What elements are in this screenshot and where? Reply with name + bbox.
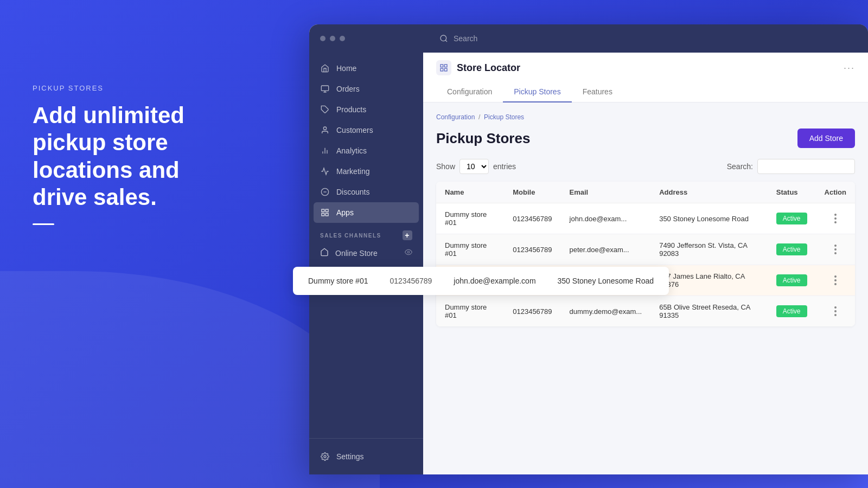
- apps-icon: [320, 208, 330, 217]
- svg-point-0: [441, 35, 446, 41]
- window-topbar: [309, 24, 868, 53]
- col-status: Status: [768, 182, 816, 203]
- search-icon: [439, 34, 448, 43]
- window-dot-3: [340, 36, 345, 41]
- discounts-icon: [320, 187, 330, 197]
- cell-action: [816, 265, 855, 296]
- cell-name: Dummy store #01: [436, 296, 504, 327]
- marketing-icon: [320, 166, 330, 176]
- svg-rect-20: [444, 68, 447, 71]
- sidebar-item-label: Discounts: [336, 188, 369, 196]
- sidebar-item-analytics[interactable]: Analytics: [309, 140, 423, 161]
- col-mobile: Mobile: [504, 182, 560, 203]
- window-dot-1: [320, 36, 326, 41]
- analytics-icon: [320, 146, 330, 156]
- svg-point-6: [323, 127, 326, 130]
- app-window: Home Orders Products: [309, 24, 868, 474]
- page-title: Pickup Stores: [436, 130, 530, 147]
- tabs: Configuration Pickup Stores Features: [436, 82, 855, 102]
- breadcrumb-home[interactable]: Configuration: [436, 113, 475, 121]
- svg-rect-2: [321, 86, 328, 91]
- main-content: Store Locator ··· Configuration Pickup S…: [423, 53, 868, 474]
- sidebar-item-orders[interactable]: Orders: [309, 79, 423, 99]
- status-badge: Active: [776, 243, 807, 255]
- cell-address: 65B Olive Street Reseda, CA 91335: [650, 296, 768, 327]
- sidebar-item-discounts[interactable]: Discounts: [309, 182, 423, 202]
- sidebar-item-label: Products: [336, 105, 366, 114]
- sidebar-item-apps[interactable]: Apps: [314, 202, 419, 223]
- tooltip-store-name: Dummy store #01: [308, 277, 368, 285]
- sales-add-button[interactable]: +: [403, 230, 412, 240]
- sidebar: Home Orders Products: [309, 53, 423, 474]
- dot: [834, 275, 837, 278]
- sidebar-item-label: Apps: [336, 208, 354, 217]
- sidebar-item-marketing[interactable]: Marketing: [309, 161, 423, 182]
- dot: [834, 248, 837, 251]
- action-menu-button[interactable]: [825, 214, 846, 223]
- svg-point-17: [324, 455, 326, 458]
- sidebar-item-label: Orders: [336, 85, 360, 93]
- page-title-row: Pickup Stores Add Store: [436, 129, 855, 148]
- tooltip-email: john.doe@example.com: [454, 277, 535, 285]
- store-locator-icon: [436, 60, 451, 75]
- dot: [834, 214, 837, 216]
- cell-status: Active: [768, 265, 816, 296]
- action-menu-button[interactable]: [825, 245, 846, 254]
- tab-features[interactable]: Features: [572, 82, 623, 102]
- svg-point-16: [407, 251, 410, 253]
- app-header-top: Store Locator ···: [436, 60, 855, 75]
- sidebar-item-online-store[interactable]: Online Store: [309, 243, 423, 262]
- search-input[interactable]: [454, 34, 857, 43]
- settings-icon: [320, 452, 330, 461]
- online-store-label: Online Store: [335, 249, 378, 258]
- home-icon: [320, 63, 330, 73]
- sidebar-item-customers[interactable]: Customers: [309, 120, 423, 140]
- sidebar-item-products[interactable]: Products: [309, 99, 423, 120]
- cell-email: peter.doe@exam...: [561, 234, 651, 265]
- app-header-title: Store Locator: [457, 62, 520, 74]
- col-address: Address: [650, 182, 768, 203]
- orders-icon: [320, 84, 330, 94]
- action-menu-button[interactable]: [825, 306, 846, 316]
- breadcrumb-current: Pickup Stores: [484, 113, 524, 121]
- cell-email: dummy.demo@exam...: [561, 296, 651, 327]
- dot: [834, 252, 837, 254]
- cell-action: [816, 234, 855, 265]
- left-panel-divider: [33, 223, 54, 225]
- cell-status: Active: [768, 296, 816, 327]
- action-menu-button[interactable]: [825, 275, 846, 285]
- header-more-button[interactable]: ···: [844, 62, 855, 74]
- tab-pickup-stores[interactable]: Pickup Stores: [503, 82, 571, 102]
- status-badge: Active: [776, 213, 807, 224]
- products-icon: [320, 105, 330, 114]
- eye-icon: [405, 248, 412, 258]
- tab-configuration[interactable]: Configuration: [436, 82, 503, 102]
- status-badge: Active: [776, 305, 807, 317]
- customers-icon: [320, 125, 330, 135]
- table-search-input[interactable]: [757, 159, 855, 174]
- cell-email: john.doe@exam...: [561, 203, 651, 234]
- sidebar-nav: Home Orders Products: [309, 58, 423, 438]
- cell-action: [816, 296, 855, 327]
- sidebar-item-label: Home: [336, 64, 356, 73]
- search-label: Search:: [727, 162, 753, 171]
- tooltip-address: 350 Stoney Lonesome Road: [558, 277, 654, 285]
- svg-rect-12: [322, 209, 324, 212]
- svg-rect-21: [441, 68, 443, 71]
- left-panel-subtitle: PICKUP STORES: [33, 84, 239, 92]
- show-entries: Show 10 25 50 entries: [436, 159, 516, 174]
- cell-status: Active: [768, 203, 816, 234]
- sidebar-item-home[interactable]: Home: [309, 58, 423, 79]
- show-label: Show: [436, 162, 455, 171]
- sidebar-item-label: Marketing: [336, 167, 369, 176]
- col-name: Name: [436, 182, 504, 203]
- topbar-search-bar[interactable]: [429, 24, 868, 53]
- app-body: Home Orders Products: [309, 53, 868, 474]
- dot: [834, 279, 837, 281]
- tooltip-mobile: 0123456789: [390, 277, 432, 285]
- app-header: Store Locator ··· Configuration Pickup S…: [423, 53, 868, 102]
- sidebar-item-settings[interactable]: Settings: [309, 446, 423, 467]
- add-store-button[interactable]: Add Store: [797, 129, 855, 148]
- entries-label: entries: [493, 162, 516, 171]
- entries-select[interactable]: 10 25 50: [459, 159, 489, 174]
